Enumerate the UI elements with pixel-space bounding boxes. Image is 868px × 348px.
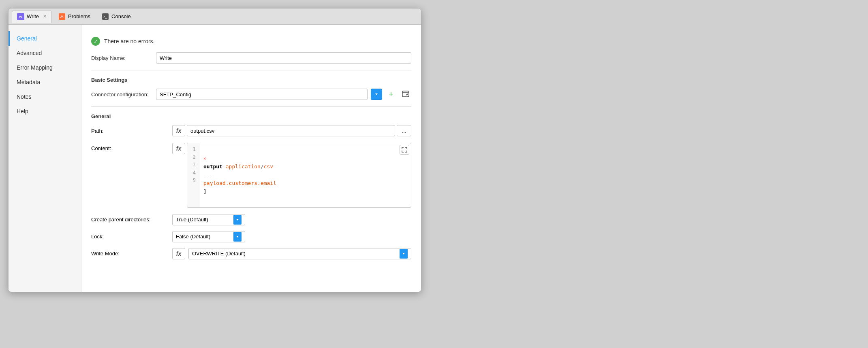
connector-select-value: SFTP_Config — [160, 91, 191, 98]
write-icon: W — [17, 13, 24, 20]
editor-inner: 1 2 3 4 5 ✕ output application/csv --- p… — [187, 143, 411, 207]
create-parent-value: True (Default) — [176, 216, 208, 223]
status-icon: ✓ — [91, 37, 100, 46]
connector-config-label: Connector configuration: — [91, 91, 156, 98]
sidebar-item-notes[interactable]: Notes — [9, 89, 81, 104]
general-section: General Path: fx ... Content: fx 1 — [91, 113, 411, 259]
connector-config-controls: SFTP_Config + — [156, 89, 411, 100]
problems-icon: ⚠ — [58, 13, 66, 20]
svg-marker-11 — [402, 253, 405, 255]
sidebar-item-advanced[interactable]: Advanced — [9, 46, 81, 60]
sidebar-item-error-mapping[interactable]: Error Mapping — [9, 60, 81, 75]
connector-dropdown-btn[interactable] — [371, 89, 382, 100]
tab-write-label: Write — [27, 13, 39, 19]
sidebar-item-general[interactable]: General — [9, 31, 81, 46]
divider-1 — [91, 70, 411, 70]
tab-bar: W Write ✕ ⚠ Problems >_ Console — [9, 8, 421, 25]
main-window: W Write ✕ ⚠ Problems >_ Console — [8, 8, 421, 292]
lock-row: Lock: False (Default) — [91, 231, 411, 242]
write-mode-value: OVERWRITE (Default) — [192, 250, 246, 257]
write-mode-label: Write Mode: — [91, 250, 172, 257]
write-mode-select[interactable]: OVERWRITE (Default) — [188, 248, 411, 259]
tab-close-btn[interactable]: ✕ — [43, 14, 47, 19]
tab-problems-label: Problems — [68, 13, 90, 19]
content-editor[interactable]: 1 2 3 4 5 ✕ output application/csv --- p… — [187, 143, 411, 208]
status-bar: ✓ There are no errors. — [91, 33, 411, 52]
tab-console-label: Console — [111, 13, 131, 19]
path-browse-btn[interactable]: ... — [397, 125, 411, 136]
path-fx-btn[interactable]: fx — [172, 125, 185, 136]
line-numbers: 1 2 3 4 5 — [187, 143, 199, 207]
content-area: General Advanced Error Mapping Metadata … — [9, 25, 421, 292]
svg-marker-6 — [375, 93, 378, 95]
lock-select[interactable]: False (Default) — [172, 231, 245, 242]
tab-problems[interactable]: ⚠ Problems — [53, 10, 95, 23]
connector-select[interactable]: SFTP_Config — [156, 89, 368, 100]
svg-marker-9 — [236, 219, 239, 221]
path-row: Path: fx ... — [91, 125, 411, 136]
connector-config-row: Connector configuration: SFTP_Config + — [91, 89, 411, 100]
display-name-label: Display Name: — [91, 55, 156, 61]
create-parent-dropdown-btn[interactable] — [233, 215, 242, 225]
status-text: There are no errors. — [104, 38, 155, 45]
sidebar-item-help[interactable]: Help — [9, 104, 81, 119]
lock-value: False (Default) — [176, 233, 210, 240]
edit-connector-btn[interactable] — [400, 89, 411, 100]
editor-code: ✕ output application/csv --- payload.cus… — [199, 143, 280, 207]
tab-console[interactable]: >_ Console — [97, 10, 136, 23]
svg-marker-10 — [236, 236, 239, 238]
svg-text:W: W — [19, 15, 22, 19]
add-connector-btn[interactable]: + — [385, 89, 397, 100]
svg-rect-7 — [402, 91, 409, 97]
create-parent-select[interactable]: True (Default) — [172, 214, 245, 225]
lock-label: Lock: — [91, 233, 172, 240]
main-panel: ✓ There are no errors. Display Name: Bas… — [81, 25, 421, 292]
write-mode-dropdown-btn[interactable] — [400, 249, 408, 259]
path-input[interactable] — [187, 125, 395, 136]
svg-text:⚠: ⚠ — [60, 15, 64, 19]
content-row: Content: fx 1 2 3 4 5 ✕ output applicati… — [91, 143, 411, 208]
svg-text:>_: >_ — [103, 15, 107, 19]
content-fx-btn[interactable]: fx — [172, 143, 185, 154]
create-parent-label: Create parent directories: — [91, 216, 172, 223]
write-mode-row: Write Mode: fx OVERWRITE (Default) — [91, 248, 411, 259]
display-name-input[interactable] — [156, 52, 411, 64]
editor-toolbar — [400, 145, 409, 155]
tab-write[interactable]: W Write ✕ — [12, 10, 52, 23]
sidebar-item-metadata[interactable]: Metadata — [9, 75, 81, 89]
general-section-title: General — [91, 113, 411, 119]
content-label: Content: — [91, 143, 172, 151]
display-name-row: Display Name: — [91, 52, 411, 64]
editor-expand-btn[interactable] — [400, 145, 409, 155]
path-label: Path: — [91, 128, 172, 134]
write-mode-fx-btn[interactable]: fx — [172, 248, 185, 259]
lock-dropdown-btn[interactable] — [233, 232, 242, 242]
divider-2 — [91, 106, 411, 107]
sidebar: General Advanced Error Mapping Metadata … — [9, 25, 81, 292]
create-parent-row: Create parent directories: True (Default… — [91, 214, 411, 225]
console-icon: >_ — [102, 13, 109, 20]
basic-settings-title: Basic Settings — [91, 77, 411, 83]
